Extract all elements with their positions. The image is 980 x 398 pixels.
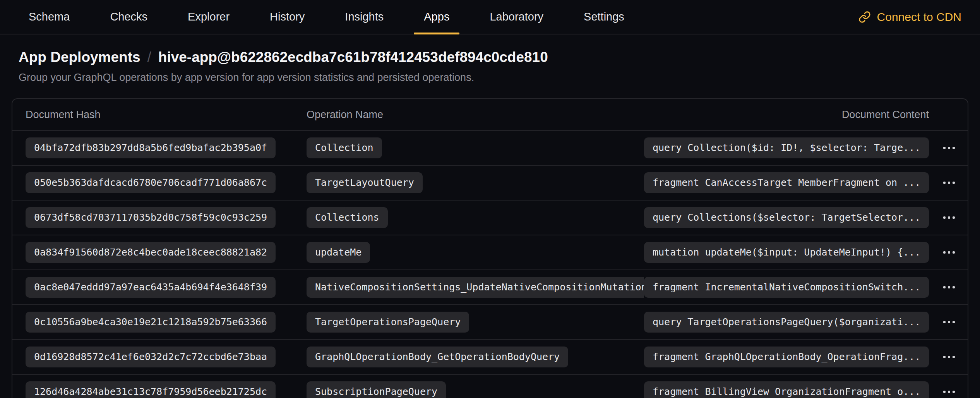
document-hash-value: 126d46a4284abe31c13c78f7959d56eeb21725dc — [26, 381, 276, 398]
chain-link-icon — [858, 11, 871, 23]
document-content-preview: fragment CanAccessTarget_MemberFragment … — [644, 172, 929, 193]
row-menu-ellipsis-icon[interactable] — [941, 350, 957, 364]
tab-label: Schema — [29, 10, 70, 23]
tab-explorer[interactable]: Explorer — [178, 0, 240, 34]
document-hash-value: 0c10556a9be4ca30e19e21c1218a592b75e63366 — [26, 312, 276, 332]
tab-label: Insights — [345, 10, 384, 23]
operation-name-value: SubscriptionPageQuery — [307, 381, 446, 398]
tab-label: Apps — [424, 10, 449, 23]
tab-schema[interactable]: Schema — [19, 0, 80, 34]
column-header-document-hash: Document Hash — [26, 109, 307, 121]
table-row: 0ac8e047eddd97a97eac6435a4b694f4e3648f39… — [12, 269, 968, 304]
operation-name-value: Collection — [307, 137, 382, 158]
table-row: 050e5b363dafdcacd6780e706cadf771d06a867c… — [12, 165, 968, 200]
tab-insights[interactable]: Insights — [335, 0, 394, 34]
document-content-preview: fragment GraphQLOperationBody_OperationF… — [644, 347, 929, 367]
document-content-preview: fragment IncrementalNativeCompositionSwi… — [644, 277, 929, 297]
table-row: 0d16928d8572c41ef6e032d2c7c72ccbd6e73baa… — [12, 339, 968, 374]
column-header-document-content: Document Content — [644, 109, 930, 121]
operation-name-value: GraphQLOperationBody_GetOperationBodyQue… — [307, 347, 568, 367]
document-hash-value: 0a834f91560d872e8c4bec0ade18ceec88821a82 — [26, 242, 276, 262]
breadcrumb: App Deployments / hive-app@b622862ecdba7… — [19, 49, 961, 65]
row-menu-ellipsis-icon[interactable] — [941, 211, 957, 224]
tab-laboratory[interactable]: Laboratory — [480, 0, 553, 34]
page-header: App Deployments / hive-app@b622862ecdba7… — [0, 34, 980, 84]
connect-to-cdn-button[interactable]: Connect to CDN — [858, 0, 961, 34]
tab-label: History — [270, 10, 305, 23]
tab-label: Laboratory — [490, 10, 543, 23]
document-content-preview: query TargetOperationsPageQuery($organiz… — [644, 312, 929, 332]
breadcrumb-current-app-version: hive-app@b622862ecdba7c61b78f412453def89… — [158, 49, 548, 65]
operation-name-value: Collections — [307, 207, 388, 228]
page-subtitle: Group your GraphQL operations by app ver… — [19, 72, 961, 84]
tab-checks[interactable]: Checks — [100, 0, 158, 34]
row-menu-ellipsis-icon[interactable] — [941, 281, 957, 294]
tab-history[interactable]: History — [260, 0, 315, 34]
document-hash-value: 0d16928d8572c41ef6e032d2c7c72ccbd6e73baa — [26, 347, 276, 367]
row-menu-ellipsis-icon[interactable] — [941, 246, 957, 259]
row-menu-ellipsis-icon[interactable] — [941, 176, 957, 189]
nav-tabs: Schema Checks Explorer History Insights … — [19, 0, 634, 34]
document-hash-value: 0673df58cd7037117035b2d0c758f59c0c93c259 — [26, 207, 276, 228]
nav-spacer — [634, 0, 858, 34]
operation-name-value: TargetLayoutQuery — [307, 172, 423, 193]
document-content-preview: mutation updateMe($input: UpdateMeInput!… — [644, 242, 929, 262]
tab-label: Checks — [110, 10, 147, 23]
tab-apps[interactable]: Apps — [414, 0, 459, 34]
connect-to-cdn-label: Connect to CDN — [877, 10, 961, 24]
breadcrumb-separator: / — [147, 49, 151, 65]
document-hash-value: 050e5b363dafdcacd6780e706cadf771d06a867c — [26, 172, 276, 193]
active-tab-underline — [414, 33, 459, 34]
document-content-preview: fragment BillingView_OrganizationFragmen… — [644, 381, 929, 398]
breadcrumb-app-deployments-link[interactable]: App Deployments — [19, 49, 140, 65]
row-menu-ellipsis-icon[interactable] — [941, 385, 957, 398]
table-row: 0c10556a9be4ca30e19e21c1218a592b75e63366… — [12, 304, 968, 339]
row-menu-ellipsis-icon[interactable] — [941, 316, 957, 329]
top-navigation: Schema Checks Explorer History Insights … — [0, 0, 980, 34]
table-row: 126d46a4284abe31c13c78f7959d56eeb21725dc… — [12, 374, 968, 398]
table-row: 04bfa72dfb83b297dd8a5b6fed9bafac2b395a0f… — [12, 130, 968, 165]
table-header-row: Document Hash Operation Name Document Co… — [12, 99, 968, 130]
row-menu-ellipsis-icon[interactable] — [941, 141, 957, 154]
document-content-preview: query Collections($selector: TargetSelec… — [644, 207, 929, 228]
operation-name-value: updateMe — [307, 242, 370, 262]
tab-settings[interactable]: Settings — [574, 0, 634, 34]
documents-table: Document Hash Operation Name Document Co… — [12, 98, 968, 398]
document-content-preview: query Collection($id: ID!, $selector: Ta… — [644, 137, 929, 158]
document-hash-value: 0ac8e047eddd97a97eac6435a4b694f4e3648f39 — [26, 277, 276, 297]
tab-label: Settings — [584, 10, 624, 23]
operation-name-value: TargetOperationsPageQuery — [307, 312, 469, 332]
tab-label: Explorer — [188, 10, 230, 23]
document-hash-value: 04bfa72dfb83b297dd8a5b6fed9bafac2b395a0f — [26, 137, 276, 158]
table-row: 0a834f91560d872e8c4bec0ade18ceec88821a82… — [12, 235, 968, 269]
operation-name-value: NativeCompositionSettings_UpdateNativeCo… — [307, 277, 644, 297]
column-header-operation-name: Operation Name — [307, 109, 644, 121]
table-row: 0673df58cd7037117035b2d0c758f59c0c93c259… — [12, 200, 968, 235]
